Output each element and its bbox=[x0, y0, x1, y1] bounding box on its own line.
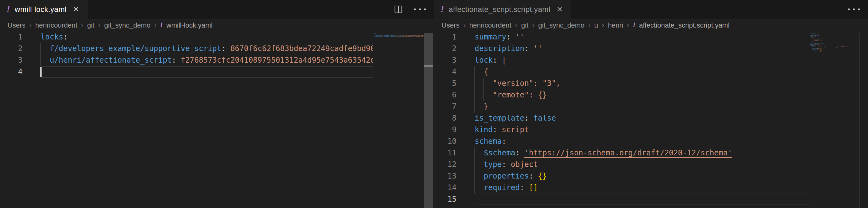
code-line[interactable]: type: object bbox=[475, 159, 538, 171]
minimap-line bbox=[810, 52, 859, 53]
line-number[interactable]: 1 bbox=[0, 31, 23, 43]
code-line[interactable]: kind: script bbox=[475, 124, 529, 136]
minimap[interactable]: summary: ''description: ''lock: | { "ver… bbox=[810, 33, 859, 208]
breadcrumb-item[interactable]: git bbox=[521, 21, 528, 29]
code-line[interactable]: } bbox=[475, 101, 488, 112]
line-number[interactable]: 4 bbox=[434, 66, 457, 78]
minimap-token: {} bbox=[821, 49, 823, 50]
editor-right[interactable]: summary: ''description: ''lock: | { "ver… bbox=[434, 31, 868, 208]
code-token: $schema bbox=[484, 149, 515, 157]
breadcrumb-item[interactable]: henricourdent bbox=[35, 21, 78, 29]
close-icon[interactable]: ✕ bbox=[72, 4, 80, 15]
code-token: script bbox=[502, 125, 529, 134]
line-number[interactable]: 2 bbox=[0, 43, 23, 54]
breadcrumb-item[interactable]: u bbox=[594, 21, 598, 29]
code-token bbox=[41, 56, 50, 64]
code-line[interactable]: locks: bbox=[41, 31, 68, 43]
minimap-token: '' bbox=[820, 34, 822, 36]
yaml-file-icon: ! bbox=[7, 5, 10, 14]
tab-wmill-lock[interactable]: ! wmill-lock.yaml ✕ bbox=[0, 0, 88, 19]
code-line[interactable]: is_template: false bbox=[475, 112, 556, 124]
scrollbar-handle[interactable] bbox=[424, 65, 433, 67]
breadcrumb-item[interactable]: git_sync_demo bbox=[104, 21, 150, 29]
line-number[interactable]: 2 bbox=[434, 43, 457, 54]
breadcrumb-separator: › bbox=[602, 21, 604, 29]
line-number[interactable]: 3 bbox=[434, 54, 457, 66]
minimap[interactable]: locks: f/developers_example/supportive_s… bbox=[373, 33, 424, 208]
code-line[interactable]: "version": "3", bbox=[475, 78, 561, 89]
line-number[interactable]: 3 bbox=[0, 54, 23, 66]
code-token bbox=[497, 125, 501, 134]
breadcrumb-item[interactable]: henricourdent bbox=[469, 21, 512, 29]
scrollbar[interactable] bbox=[424, 33, 433, 208]
editor-actions bbox=[393, 0, 434, 19]
breadcrumb: Users›henricourdent›git›git_sync_demo›u›… bbox=[434, 20, 868, 31]
minimap-token: 'https://json-schema.org/draft/2020-12/s… bbox=[818, 46, 853, 48]
code-token: kind bbox=[475, 125, 493, 134]
code-token: : bbox=[524, 114, 529, 123]
code-line[interactable]: { bbox=[475, 66, 488, 78]
line-number[interactable]: 6 bbox=[434, 89, 457, 101]
line-number[interactable]: 14 bbox=[434, 182, 457, 193]
line-number[interactable]: 15 bbox=[434, 193, 457, 205]
line-number[interactable]: 8 bbox=[434, 112, 457, 124]
code-token bbox=[529, 44, 533, 53]
line-number[interactable]: 4 bbox=[0, 66, 23, 78]
breadcrumb-separator: › bbox=[98, 21, 100, 29]
code-token bbox=[524, 183, 529, 192]
breadcrumb: Users›henricourdent›git›git_sync_demo›!w… bbox=[0, 20, 434, 31]
code-line[interactable]: required: [] bbox=[475, 182, 538, 193]
line-number[interactable]: 1 bbox=[434, 31, 457, 43]
yaml-file-icon: ! bbox=[633, 22, 635, 28]
code-token bbox=[520, 149, 524, 157]
code-line[interactable]: $schema: 'https://json-schema.org/draft/… bbox=[475, 147, 732, 159]
code-token: false bbox=[533, 114, 556, 123]
code-token: : bbox=[493, 56, 497, 64]
minimap-line: u/henri/affectionate_script: f2768573cfc… bbox=[373, 36, 424, 37]
line-number[interactable]: 7 bbox=[434, 101, 457, 112]
breadcrumb-file[interactable]: wmill-lock.yaml bbox=[166, 21, 213, 29]
code-token: lock bbox=[475, 56, 493, 64]
split-editor-icon[interactable] bbox=[393, 4, 403, 15]
breadcrumb-item[interactable]: Users bbox=[7, 21, 25, 29]
more-actions-icon[interactable] bbox=[848, 8, 860, 10]
line-number[interactable]: 12 bbox=[434, 159, 457, 171]
editor-left[interactable]: locks: f/developers_example/supportive_s… bbox=[0, 31, 434, 208]
line-number[interactable]: 11 bbox=[434, 147, 457, 159]
breadcrumb-item[interactable]: git_sync_demo bbox=[538, 21, 584, 29]
tab-affectionate-script[interactable]: ! affectionate_script.script.yaml ✕ bbox=[434, 0, 571, 19]
code-line[interactable]: schema: bbox=[475, 136, 506, 147]
tab-bar: ! wmill-lock.yaml ✕ bbox=[0, 0, 434, 20]
more-actions-icon[interactable] bbox=[414, 8, 426, 10]
code-token: u/henri/affectionate_script bbox=[50, 56, 172, 64]
code-token bbox=[176, 56, 181, 64]
code-token: "version": "3", bbox=[475, 79, 561, 88]
code-token: description bbox=[475, 44, 524, 53]
code-line[interactable]: f/developers_example/supportive_script: … bbox=[41, 43, 373, 54]
line-number[interactable]: 5 bbox=[434, 78, 457, 89]
code-line[interactable]: "remote": {} bbox=[475, 89, 547, 101]
breadcrumb-item[interactable]: Users bbox=[441, 21, 459, 29]
vscode-workbench: ! wmill-lock.yaml ✕ Users›henricourdent›… bbox=[0, 0, 868, 208]
code-token: "remote": {} bbox=[475, 90, 547, 99]
code-token bbox=[41, 44, 50, 53]
breadcrumb-item[interactable]: git bbox=[87, 21, 94, 29]
line-number[interactable]: 9 bbox=[434, 124, 457, 136]
code-token: : bbox=[502, 137, 506, 146]
tab-bar: ! affectionate_script.script.yaml ✕ bbox=[434, 0, 868, 20]
code-token: type bbox=[484, 160, 502, 169]
code-line[interactable]: summary: '' bbox=[475, 31, 524, 43]
code-token: properties bbox=[484, 172, 529, 180]
breadcrumb-file[interactable]: affectionate_script.script.yaml bbox=[639, 21, 730, 29]
code-line[interactable]: description: '' bbox=[475, 43, 542, 54]
line-number[interactable]: 10 bbox=[434, 136, 457, 147]
code-token: : bbox=[506, 32, 510, 41]
code-area: summary: ''description: ''lock: | { "ver… bbox=[434, 31, 810, 208]
line-number[interactable]: 13 bbox=[434, 171, 457, 182]
code-line[interactable]: lock: | bbox=[475, 54, 506, 66]
close-icon[interactable]: ✕ bbox=[555, 4, 564, 15]
code-line[interactable]: properties: {} bbox=[475, 171, 547, 182]
breadcrumb-item[interactable]: henri bbox=[608, 21, 623, 29]
code-line[interactable]: u/henri/affectionate_script: f2768573cfc… bbox=[41, 54, 373, 66]
text-cursor bbox=[40, 67, 41, 77]
